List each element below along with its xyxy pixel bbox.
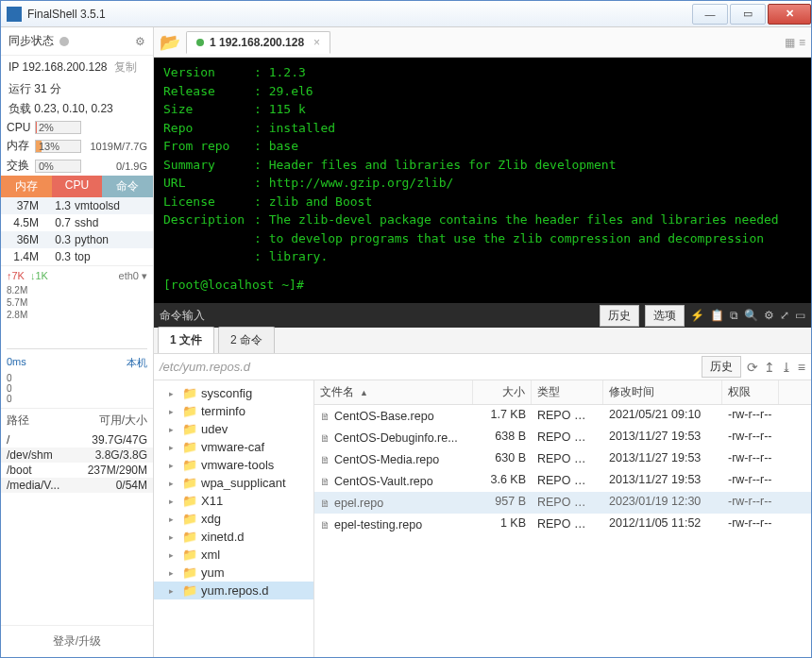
terminal-line: : library. — [163, 247, 802, 266]
expand-icon[interactable]: ▸ — [169, 515, 178, 524]
tab-files[interactable]: 1 文件 — [158, 327, 214, 353]
path-input[interactable]: /etc/yum.repos.d — [160, 360, 696, 374]
folder-icon: 📁 — [182, 440, 197, 454]
expand-icon[interactable]: ⤢ — [780, 309, 789, 322]
cmd-history-button[interactable]: 历史 — [600, 305, 639, 327]
tree-node[interactable]: ▸📁X11 — [154, 492, 313, 510]
terminal-prompt[interactable]: [root@localhost ~]# — [163, 276, 802, 295]
tree-node[interactable]: ▸📁xinetd.d — [154, 528, 313, 546]
expand-icon[interactable]: ▸ — [169, 532, 178, 542]
tree-node[interactable]: ▸📁wpa_supplicant — [154, 474, 313, 492]
file-row[interactable]: 🗎CentOS-Base.repo1.7 KBREPO 文件2021/05/21… — [314, 405, 811, 427]
proc-header: 内存 CPU 命令 — [1, 176, 153, 197]
expand-icon[interactable]: ▸ — [169, 550, 178, 560]
tree-node[interactable]: ▸📁yum.repos.d — [154, 582, 313, 599]
file-icon: 🗎 — [320, 432, 330, 444]
col-name[interactable]: 文件名▲ — [314, 380, 473, 404]
expand-icon[interactable]: ▸ — [169, 407, 178, 416]
settings-icon[interactable]: ⚙ — [764, 309, 774, 322]
mem-label: 内存 — [7, 138, 31, 154]
col-time[interactable]: 修改时间 — [603, 380, 722, 404]
expand-icon[interactable]: ▸ — [169, 497, 178, 506]
net-iface-select[interactable]: eth0 ▾ — [119, 270, 147, 282]
close-button[interactable]: ✕ — [768, 4, 811, 25]
sort-asc-icon: ▲ — [360, 388, 368, 397]
path-history-button[interactable]: 历史 — [702, 356, 741, 378]
list-view-icon[interactable]: ≡ — [799, 36, 805, 49]
disk-row[interactable]: /39.7G/47G — [1, 432, 153, 447]
expand-icon[interactable]: ▸ — [169, 568, 178, 578]
sync-label: 同步状态 — [8, 33, 54, 49]
connection-tab[interactable]: 1 192.168.200.128 × — [186, 31, 330, 54]
tab-commands[interactable]: 2 命令 — [218, 327, 275, 353]
grid-view-icon[interactable]: ▦ — [785, 36, 795, 49]
more-icon[interactable]: ≡ — [798, 360, 805, 375]
latency-row: 0ms 本机 — [1, 353, 153, 373]
latency-host[interactable]: 本机 — [127, 356, 147, 370]
mem-pct: 13% — [39, 141, 59, 152]
file-row[interactable]: 🗎epel-testing.repo1 KBREPO 文件2012/11/05 … — [314, 514, 811, 535]
proc-row[interactable]: 37M1.3vmtoolsd — [1, 197, 153, 214]
folder-icon: 📁 — [182, 565, 197, 580]
file-row[interactable]: 🗎epel.repo957 BREPO 文件2023/01/19 12:30-r… — [314, 492, 811, 514]
expand-icon[interactable]: ▸ — [169, 479, 178, 488]
file-row[interactable]: 🗎CentOS-Debuginfo.re...638 BREPO 文件2013/… — [314, 427, 811, 448]
copy-icon[interactable]: ⧉ — [730, 309, 738, 322]
proc-header-cpu[interactable]: CPU — [52, 176, 103, 197]
folder-icon[interactable]: 📂 — [160, 32, 180, 53]
cmd-input-label: 命令输入 — [160, 308, 205, 324]
terminal[interactable]: Version: 1.2.3Release: 29.el6Size: 115 k… — [154, 58, 811, 303]
close-tab-icon[interactable]: × — [313, 36, 320, 49]
upload-icon[interactable]: ↥ — [764, 360, 775, 375]
maximize-button[interactable]: ▭ — [730, 4, 766, 25]
file-row[interactable]: 🗎CentOS-Media.repo630 BREPO 文件2013/11/27… — [314, 448, 811, 470]
search-icon[interactable]: 🔍 — [744, 309, 758, 322]
tab-strip: 📂 1 192.168.200.128 × ▦ ≡ — [154, 27, 811, 58]
clipboard-icon[interactable]: 📋 — [710, 309, 724, 322]
expand-icon[interactable]: ▸ — [169, 443, 178, 452]
disk-row[interactable]: /dev/shm3.8G/3.8G — [1, 447, 153, 463]
terminal-line: From repo: base — [163, 137, 802, 156]
col-type[interactable]: 类型 — [532, 380, 603, 404]
tree-node[interactable]: ▸📁yum — [154, 564, 313, 582]
proc-row[interactable]: 1.4M0.3top — [1, 248, 153, 265]
tree-node[interactable]: ▸📁vmware-tools — [154, 456, 313, 474]
disk-row[interactable]: /media/V...0/54M — [1, 478, 153, 493]
file-icon: 🗎 — [320, 411, 330, 422]
gear-icon[interactable]: ⚙ — [135, 35, 145, 48]
file-row[interactable]: 🗎CentOS-Vault.repo3.6 KBREPO 文件2013/11/2… — [314, 470, 811, 492]
proc-header-mem[interactable]: 内存 — [1, 176, 52, 197]
tree-node[interactable]: ▸📁xdg — [154, 510, 313, 528]
disk-header-size: 可用/大小 — [99, 413, 147, 429]
minimize-button[interactable]: — — [692, 4, 728, 25]
monitor-icon[interactable]: ▭ — [795, 309, 805, 322]
proc-row[interactable]: 36M0.3python — [1, 231, 153, 248]
app-window: FinalShell 3.5.1 — ▭ ✕ 同步状态 ⚙ IP 192.168… — [0, 0, 812, 658]
path-bar: /etc/yum.repos.d 历史 ⟳ ↥ ⤓ ≡ — [154, 354, 811, 380]
expand-icon[interactable]: ▸ — [169, 425, 178, 434]
cmd-options-button[interactable]: 选项 — [645, 305, 685, 327]
proc-header-cmd[interactable]: 命令 — [102, 176, 153, 197]
folder-tree[interactable]: ▸📁sysconfig▸📁terminfo▸📁udev▸📁vmware-caf▸… — [154, 380, 314, 657]
expand-icon[interactable]: ▸ — [169, 389, 178, 398]
tree-node[interactable]: ▸📁udev — [154, 420, 313, 438]
bolt-icon[interactable]: ⚡ — [690, 309, 704, 322]
refresh-icon[interactable]: ⟳ — [747, 360, 758, 375]
col-size[interactable]: 大小 — [473, 380, 532, 404]
expand-icon[interactable]: ▸ — [169, 586, 178, 596]
tree-node[interactable]: ▸📁sysconfig — [154, 384, 313, 402]
copy-button[interactable]: 复制 — [114, 60, 137, 74]
proc-row[interactable]: 4.5M0.7sshd — [1, 214, 153, 231]
disk-row[interactable]: /boot237M/290M — [1, 463, 153, 478]
tree-node[interactable]: ▸📁xml — [154, 546, 313, 564]
terminal-line: Summary: Header files and libraries for … — [163, 156, 802, 175]
folder-icon: 📁 — [182, 386, 197, 400]
col-perm[interactable]: 权限 — [722, 380, 779, 404]
login-link[interactable]: 登录/升级 — [1, 625, 153, 657]
tree-node[interactable]: ▸📁terminfo — [154, 402, 313, 420]
tree-node[interactable]: ▸📁vmware-caf — [154, 438, 313, 456]
net-tick: 5.7M — [7, 296, 147, 309]
download-icon[interactable]: ⤓ — [781, 360, 792, 375]
expand-icon[interactable]: ▸ — [169, 461, 178, 470]
command-bar: 命令输入 历史 选项 ⚡ 📋 ⧉ 🔍 ⚙ ⤢ ▭ — [154, 303, 811, 328]
